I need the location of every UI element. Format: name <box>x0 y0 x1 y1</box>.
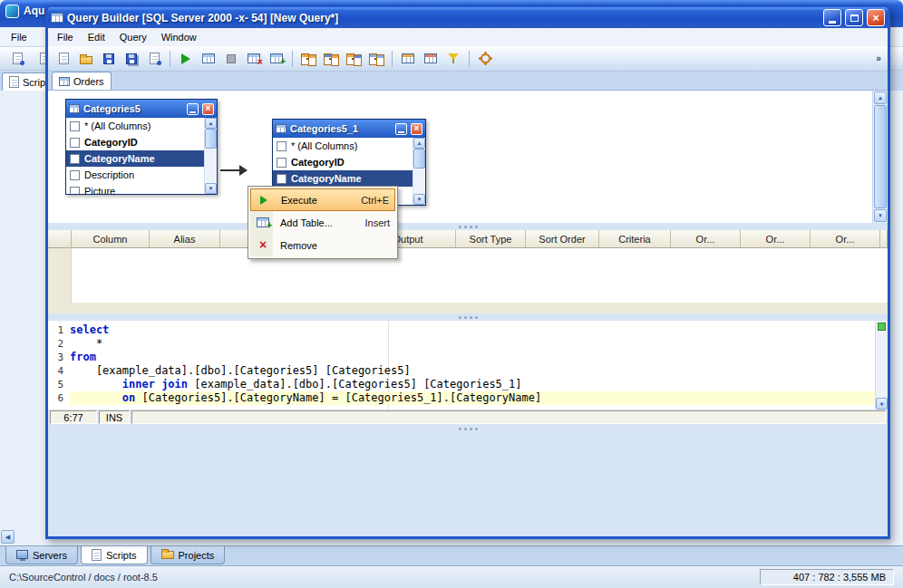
restore-button[interactable] <box>845 9 863 26</box>
preview-icon[interactable] <box>144 49 164 69</box>
context-menu-item-remove[interactable]: × Remove <box>250 234 395 256</box>
column-row[interactable]: * (All Columns) <box>66 118 204 134</box>
status-filler <box>131 410 886 424</box>
context-menu-item-execute[interactable]: Execute Ctrl+E <box>250 188 395 211</box>
stop-icon[interactable] <box>221 49 241 69</box>
toolbar-overflow-chevron[interactable]: » <box>871 49 886 69</box>
column-row-selected[interactable]: CategoryName <box>273 170 413 187</box>
cursor-position: 6:77 <box>50 410 97 424</box>
scroll-thumb[interactable] <box>874 105 887 208</box>
auto-join-icon[interactable] <box>398 49 418 69</box>
outer-menu-file[interactable]: File <box>5 30 33 44</box>
column-row-selected[interactable]: CategoryName <box>66 150 204 167</box>
menu-query[interactable]: Query <box>114 30 152 44</box>
diagram-canvas[interactable]: Categories5 × * (All Columns) CategoryID… <box>48 91 888 223</box>
categories5-1-minimize-button[interactable] <box>395 123 407 135</box>
checkbox[interactable] <box>70 170 80 180</box>
tab-projects[interactable]: Projects <box>150 546 226 564</box>
menu-edit[interactable]: Edit <box>83 30 111 44</box>
tab-scripts[interactable]: Scripts <box>81 546 148 564</box>
checkbox[interactable] <box>277 158 286 168</box>
checkbox[interactable] <box>277 174 286 184</box>
scroll-up-icon[interactable]: ▲ <box>874 92 887 104</box>
summary-icon[interactable] <box>421 49 441 69</box>
scroll-thumb[interactable] <box>413 149 425 169</box>
checkbox[interactable] <box>70 138 80 148</box>
save-icon[interactable] <box>99 49 119 69</box>
checkbox[interactable] <box>70 154 80 164</box>
qb-window-icon <box>51 13 63 23</box>
context-menu-item-add-table[interactable]: + Add Table... Insert <box>250 211 395 234</box>
sql-line: 4 [example_data].[dbo].[Categories5] [Ca… <box>48 364 888 378</box>
tab-orders[interactable]: Orders <box>52 72 112 90</box>
scroll-down-icon[interactable]: ▼ <box>413 194 425 205</box>
grid-col-alias[interactable]: Alias <box>150 230 220 248</box>
grid-rows[interactable] <box>72 248 888 303</box>
grid-header-filler <box>880 230 888 248</box>
open-icon[interactable] <box>76 49 96 69</box>
grid-col-or1[interactable]: Or... <box>671 230 741 248</box>
scroll-down-icon[interactable]: ▼ <box>876 398 888 410</box>
remove-icon: × <box>253 239 273 251</box>
right-join-icon[interactable] <box>344 49 364 69</box>
grid-col-column[interactable]: Column <box>72 230 150 248</box>
categories5-close-button[interactable]: × <box>202 103 214 115</box>
splitter-grid-editor[interactable] <box>48 313 888 321</box>
sql-line: 5 inner join [example_data].[dbo].[Categ… <box>48 378 888 391</box>
scroll-down-icon[interactable]: ▼ <box>874 209 887 222</box>
categories5-titlebar[interactable]: Categories5 × <box>66 100 217 118</box>
minimize-button[interactable] <box>823 9 841 26</box>
grid-col-sort-order[interactable]: Sort Order <box>526 230 599 248</box>
inner-join-icon[interactable] <box>298 49 318 69</box>
grid-col-or3[interactable]: Or... <box>811 230 880 248</box>
scroll-thumb[interactable] <box>205 129 217 149</box>
settings-icon[interactable] <box>475 49 495 69</box>
sql-editor[interactable]: 1 select 2 * 3 from 4 [example_data].[db… <box>48 321 888 410</box>
new-icon[interactable] <box>53 49 73 69</box>
checkbox[interactable] <box>70 187 80 195</box>
menu-window[interactable]: Window <box>156 30 202 44</box>
remove-table-icon[interactable]: × <box>244 49 264 69</box>
menu-file[interactable]: File <box>52 30 79 44</box>
result-grid-icon[interactable] <box>199 49 218 69</box>
add-table-icon[interactable]: + <box>267 49 286 69</box>
column-row[interactable]: Picture <box>66 183 204 194</box>
categories5-1-titlebar[interactable]: Categories5_1 × <box>273 120 425 138</box>
close-button[interactable]: × <box>867 9 885 26</box>
criteria-icon[interactable] <box>443 49 463 69</box>
tab-orders-label: Orders <box>73 76 104 87</box>
grid-col-criteria[interactable]: Criteria <box>599 230 671 248</box>
categories5-minimize-button[interactable] <box>187 103 199 115</box>
execute-icon[interactable] <box>176 49 196 69</box>
scroll-up-icon[interactable]: ▲ <box>413 138 425 149</box>
column-row[interactable]: * (All Columns) <box>273 138 413 154</box>
full-join-icon[interactable] <box>366 49 386 69</box>
page-blue-icon[interactable] <box>7 49 27 69</box>
grid-body[interactable] <box>48 248 888 303</box>
table-window-categories5[interactable]: Categories5 × * (All Columns) CategoryID… <box>65 99 218 195</box>
splitter-editor-bottom[interactable] <box>48 425 888 432</box>
checkbox[interactable] <box>277 141 286 151</box>
grid-col-or2[interactable]: Or... <box>741 230 811 248</box>
grid-col-sort-type[interactable]: Sort Type <box>456 230 526 248</box>
editor-statusbar: 6:77 INS <box>48 410 888 425</box>
scroll-left-button[interactable]: ◀ <box>1 530 15 544</box>
outer-window-title: Aqu <box>24 5 44 17</box>
tab-script[interactable]: Script <box>2 72 49 91</box>
bottom-tabbar: Servers Scripts Projects <box>0 545 903 565</box>
scroll-down-icon[interactable]: ▼ <box>205 183 217 194</box>
column-row[interactable]: Description <box>66 167 204 183</box>
column-row[interactable]: CategoryID <box>66 134 204 150</box>
checkbox[interactable] <box>70 121 80 131</box>
column-row[interactable]: CategoryID <box>273 154 413 170</box>
save-all-icon[interactable] <box>121 49 141 69</box>
categories5-1-close-button[interactable]: × <box>411 123 422 135</box>
execute-icon <box>254 196 274 205</box>
scripts-icon <box>92 549 102 561</box>
scroll-up-icon[interactable]: ▲ <box>205 118 217 129</box>
left-join-icon[interactable] <box>321 49 341 69</box>
script-tab-icon <box>9 76 19 88</box>
tab-servers[interactable]: Servers <box>5 546 78 564</box>
qb-titlebar[interactable]: Query Builder [SQL Server 2000 -x- 54] [… <box>48 7 888 28</box>
splitter-diagram-grid[interactable] <box>48 223 888 230</box>
